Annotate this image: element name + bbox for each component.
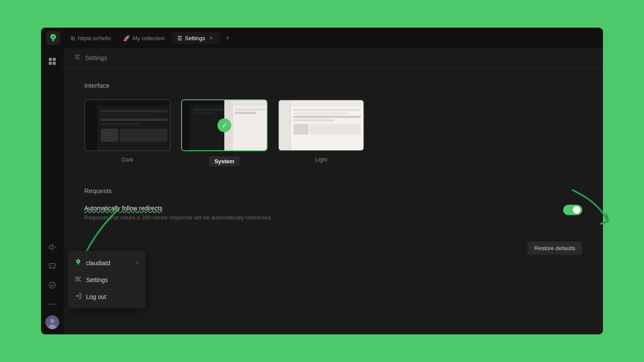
app-logo — [46, 31, 60, 45]
svg-point-13 — [50, 319, 54, 323]
dropdown-settings-label: Settings — [86, 276, 108, 283]
theme-option-light[interactable]: Light — [278, 99, 364, 166]
dropdown-menu: claudiatd ↗ Settings — [68, 251, 146, 308]
sidebar-avatar[interactable] — [45, 315, 59, 329]
sidebar-discord-icon[interactable] — [45, 258, 60, 274]
page-header-icon — [74, 54, 81, 62]
settings-content: Interface — [64, 68, 603, 269]
dropdown-logout-icon — [75, 292, 82, 301]
sidebar-checkmark-icon[interactable] — [45, 277, 60, 293]
interface-section-title: Interface — [84, 82, 582, 89]
light-theme-label: Light — [315, 156, 327, 163]
tab-settings-label: Settings — [185, 35, 205, 41]
light-theme-preview — [278, 99, 364, 151]
dropdown-external-icon: ↗ — [134, 260, 139, 266]
svg-point-10 — [52, 304, 53, 305]
tab-collection-label: My collection — [133, 35, 165, 41]
dropdown-logout-item[interactable]: Log out — [68, 288, 146, 305]
tab-bar: ⊞ httpie.io/hello 🚀 My collection ☰ Sett… — [41, 28, 603, 48]
svg-rect-2 — [53, 58, 56, 61]
dropdown-logout-label: Log out — [86, 293, 106, 300]
svg-rect-1 — [49, 58, 52, 61]
svg-rect-5 — [49, 264, 55, 268]
svg-point-7 — [53, 265, 54, 266]
toggle-switch[interactable] — [563, 205, 582, 215]
tab-hello-label: httpie.io/hello — [78, 35, 111, 41]
requests-section: Requests Automatically follow redirects … — [84, 187, 582, 255]
sidebar-more-icon[interactable] — [45, 296, 60, 312]
tab-collection[interactable]: 🚀 My collection — [118, 32, 170, 44]
toggle-description: Requests that return a 300-series respon… — [84, 214, 272, 221]
sidebar-megaphone-icon[interactable] — [45, 239, 60, 255]
interface-section: Interface — [84, 82, 582, 166]
sidebar — [41, 48, 64, 334]
svg-point-20 — [78, 261, 79, 262]
theme-option-dark[interactable]: Dark — [84, 99, 171, 166]
svg-point-11 — [55, 304, 56, 305]
svg-point-6 — [51, 265, 51, 266]
toggle-row: Automatically follow redirects Requests … — [84, 205, 582, 221]
dropdown-settings-item[interactable]: Settings — [68, 271, 146, 288]
svg-rect-3 — [49, 62, 52, 65]
sidebar-grid-icon[interactable] — [45, 54, 60, 69]
page-header: Settings — [64, 48, 603, 68]
system-theme-check: ✓ — [217, 118, 231, 132]
svg-rect-4 — [53, 62, 56, 65]
system-theme-label: System — [209, 156, 239, 166]
dark-theme-preview — [84, 99, 171, 151]
theme-picker: Dark — [84, 99, 582, 166]
tab-hello-icon: ⊞ — [70, 35, 75, 41]
dropdown-user-item[interactable]: claudiatd ↗ — [68, 254, 146, 271]
dark-theme-label: Dark — [121, 156, 133, 163]
svg-point-8 — [49, 282, 55, 288]
restore-defaults-row: Restore defaults — [84, 241, 582, 255]
dropdown-settings-icon — [75, 276, 82, 284]
system-theme-preview: ✓ — [181, 99, 268, 151]
requests-section-title: Requests — [84, 187, 582, 194]
toggle-text: Automatically follow redirects Requests … — [84, 205, 272, 221]
tab-settings-icon: ☰ — [177, 35, 182, 41]
svg-point-9 — [49, 304, 50, 305]
tab-settings[interactable]: ☰ Settings ✕ — [172, 32, 220, 44]
add-tab-button[interactable]: + — [222, 32, 234, 44]
dropdown-user-icon — [75, 259, 82, 267]
svg-point-0 — [52, 36, 54, 38]
dropdown-username: claudiatd — [86, 260, 110, 267]
theme-option-system[interactable]: ✓ System — [181, 99, 268, 166]
page-header-title: Settings — [85, 54, 107, 61]
tab-hello[interactable]: ⊞ httpie.io/hello — [65, 32, 116, 44]
toggle-label: Automatically follow redirects — [84, 205, 272, 212]
tab-collection-icon: 🚀 — [123, 35, 130, 41]
restore-defaults-button[interactable]: Restore defaults — [527, 241, 582, 255]
tab-settings-close[interactable]: ✕ — [208, 35, 215, 41]
browser-window: ⊞ httpie.io/hello 🚀 My collection ☰ Sett… — [41, 28, 603, 334]
